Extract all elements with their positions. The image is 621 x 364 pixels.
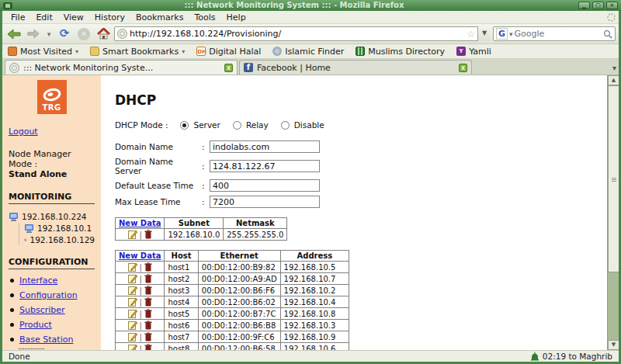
computer-icon — [24, 224, 34, 233]
search-engine-dropdown-icon[interactable]: ▾ — [509, 30, 513, 38]
window-title: ::: Network Monitoring System ::: - Mozi… — [12, 0, 576, 11]
bookmark-yamli[interactable]: Y Yamli — [456, 47, 491, 57]
islamic-finder-icon — [272, 47, 282, 56]
sidebar-item-interface[interactable]: Interface — [19, 276, 57, 286]
bookmark-islamic-finder[interactable]: Islamic Finder — [272, 47, 344, 57]
domain-name-server-input[interactable] — [210, 160, 320, 172]
tab-network-monitoring[interactable]: ::: Network Monitoring Syste... x — [5, 60, 238, 75]
minimize-button[interactable]: ▁ — [578, 2, 590, 9]
search-engine-icon[interactable]: G — [496, 28, 508, 40]
tree-node-root[interactable]: 192.168.10.224 — [9, 212, 95, 221]
bookmark-digital-halal[interactable]: DH Digital Halal — [196, 47, 261, 57]
radio-server[interactable] — [180, 121, 189, 130]
sidebar-item-configuration[interactable]: Configuration — [19, 290, 78, 300]
bookmark-most-visited[interactable]: Most Visited ▾ — [8, 47, 78, 57]
menu-tools[interactable]: Tools — [189, 12, 220, 23]
edit-icon[interactable] — [128, 344, 137, 350]
tab-list-chevron-icon[interactable]: ▾ — [612, 64, 616, 72]
forward-button[interactable] — [25, 26, 42, 43]
menu-view[interactable]: View — [58, 12, 89, 23]
edit-icon[interactable] — [128, 321, 137, 330]
delete-icon[interactable] — [144, 262, 152, 272]
trg-logo: TRG — [37, 80, 67, 114]
edit-icon[interactable] — [128, 297, 137, 307]
max-lease-time-input[interactable] — [210, 196, 320, 208]
subnet-row: | 192.168.10.0 255.255.255.0 — [116, 229, 287, 241]
status-text: Done — [9, 352, 30, 361]
default-lease-time-input[interactable] — [210, 179, 320, 192]
reload-button[interactable]: ⟳ — [56, 26, 73, 43]
edit-icon[interactable] — [128, 274, 137, 283]
prayer-time-text: 02:19 to Maghrib — [543, 352, 612, 361]
bookmark-star-icon[interactable]: ☆ — [467, 29, 475, 40]
menu-history[interactable]: History — [89, 12, 130, 23]
delete-icon[interactable] — [144, 321, 152, 330]
back-button[interactable] — [5, 26, 23, 43]
magnifier-icon[interactable] — [603, 29, 612, 39]
domain-name-input[interactable] — [210, 140, 320, 153]
tab-close-icon[interactable]: x — [459, 64, 467, 72]
bookmark-muslims-directory[interactable]: Muslims Directory — [356, 47, 445, 57]
sidebar-item-dhcp[interactable]: DHCP — [19, 349, 43, 350]
nav-history-dropdown-icon[interactable]: ▾ — [44, 26, 54, 43]
logout-link[interactable]: Logout — [9, 127, 38, 137]
node-manager-mode-value: Stand Alone — [9, 169, 95, 179]
tab-close-icon[interactable]: x — [224, 64, 233, 72]
home-button[interactable] — [95, 26, 112, 43]
menu-file[interactable]: File — [5, 12, 30, 23]
table-row: | host4 00:D0:12:00:B6:02 192.168.10.4 — [116, 296, 349, 308]
stop-button[interactable]: ✕ — [75, 26, 92, 43]
most-visited-icon — [8, 47, 17, 56]
url-bar: ☆ ▼ — [114, 26, 491, 41]
tab-strip: ::: Network Monitoring Syste... x f Face… — [2, 59, 619, 75]
table-row: | host7 00:D0:12:00:9F:C6 192.168.10.9 — [116, 331, 349, 343]
tree-node-child[interactable]: 192.168.10.1 — [24, 224, 95, 233]
host-table: New Data Host Ethernet Address | host1 0… — [115, 250, 349, 350]
home-icon — [97, 28, 110, 40]
subnet-new-data-link[interactable]: New Data — [119, 219, 161, 227]
delete-icon[interactable] — [144, 344, 152, 350]
bookmark-smart-bookmarks[interactable]: Smart Bookmarks ▾ — [90, 47, 185, 57]
window-menu-icon[interactable] — [3, 2, 12, 9]
delete-icon[interactable] — [144, 297, 152, 307]
scroll-up-icon[interactable]: ▲ — [608, 75, 619, 85]
edit-icon[interactable] — [128, 262, 137, 272]
radio-relay[interactable] — [233, 121, 241, 130]
edit-icon[interactable] — [128, 332, 137, 341]
edit-icon[interactable] — [128, 309, 137, 318]
back-arrow-icon — [7, 29, 21, 40]
dhcp-page: DHCP DHCP Mode : Server Relay Disable Do… — [101, 75, 619, 350]
sidebar-item-product[interactable]: Product — [19, 320, 52, 330]
search-input[interactable] — [515, 29, 602, 39]
search-bar: G ▾ — [493, 26, 616, 41]
menu-help[interactable]: Help — [221, 12, 252, 23]
delete-icon[interactable] — [144, 286, 152, 295]
menu-edit[interactable]: Edit — [30, 12, 57, 23]
host-new-data-link[interactable]: New Data — [119, 251, 161, 260]
browser-window: ::: Network Monitoring System ::: - Mozi… — [0, 0, 621, 364]
delete-icon[interactable] — [144, 274, 152, 283]
delete-icon[interactable] — [144, 309, 152, 318]
table-row: | host8 00:D0:12:00:B6:58 192.168.10.6 — [116, 343, 349, 351]
delete-icon[interactable] — [144, 230, 152, 239]
delete-icon[interactable] — [144, 332, 152, 341]
close-button[interactable]: ✕ — [606, 2, 618, 9]
url-dropdown-icon[interactable]: ▼ — [477, 26, 491, 41]
edit-icon[interactable] — [128, 286, 137, 295]
sidebar-item-subscriber[interactable]: Subscriber — [19, 305, 65, 315]
tab-facebook[interactable]: f Facebook | Home x — [239, 60, 472, 75]
monitoring-tree: 192.168.10.224 192.168.10.1 192.168.10.1… — [9, 212, 95, 244]
bullet-icon — [10, 293, 14, 297]
reload-icon: ⟳ — [60, 28, 70, 40]
url-input[interactable] — [130, 29, 464, 39]
scrollbar-thumb[interactable] — [608, 85, 619, 272]
navigation-toolbar: ▾ ⟳ ✕ ☆ ▼ G ▾ — [2, 24, 619, 44]
tree-node-child[interactable]: 192.168.10.129 — [24, 235, 95, 244]
menu-bookmarks[interactable]: Bookmarks — [130, 12, 189, 23]
vertical-scrollbar[interactable]: ▲ ▼ — [607, 75, 619, 350]
radio-disable[interactable] — [281, 121, 290, 130]
maximize-button[interactable]: ▢ — [592, 2, 604, 9]
sidebar-item-base-station[interactable]: Base Station — [19, 335, 73, 345]
scroll-down-icon[interactable]: ▼ — [608, 340, 619, 350]
edit-icon[interactable] — [128, 230, 137, 239]
